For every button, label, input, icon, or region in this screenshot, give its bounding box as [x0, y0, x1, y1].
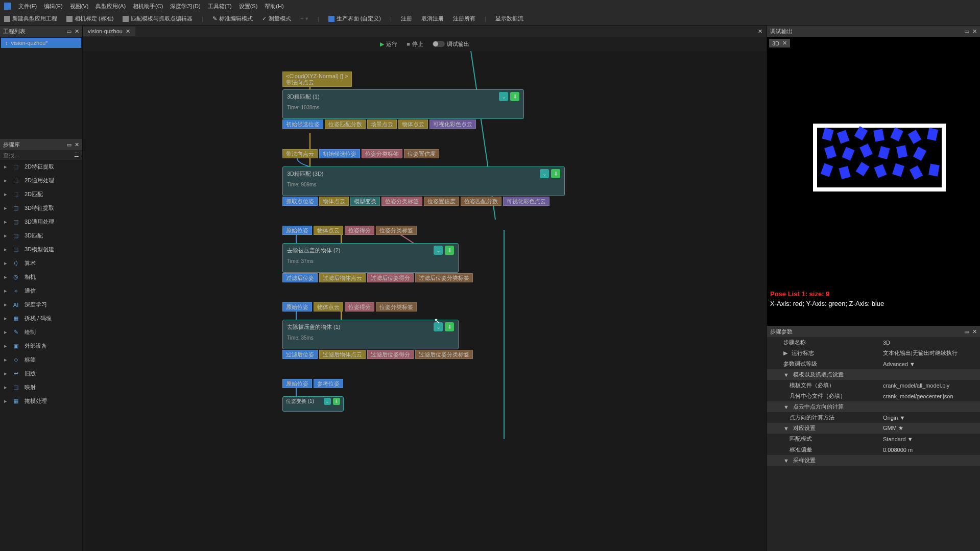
port[interactable]: 位姿得分	[345, 302, 374, 312]
run-node-icon[interactable]: ⬇	[333, 398, 340, 405]
port[interactable]: 位姿得分	[345, 226, 374, 235]
node-remove-covered-1[interactable]: 去除被压盖的物体 (1)⌄⬇ Time: 35ms	[282, 320, 459, 349]
restore-icon[interactable]: ▭	[66, 141, 71, 148]
list-icon[interactable]: ☰	[74, 152, 79, 158]
step-category[interactable]: ▸⬚2D通用处理	[0, 174, 82, 187]
tb-register-all[interactable]: 注册所有	[453, 15, 475, 22]
param-value[interactable]: 3D	[883, 340, 975, 346]
tree-toggle-icon[interactable]: ▼	[783, 404, 789, 410]
port[interactable]: 物体点云	[314, 302, 343, 312]
port[interactable]: 原始位姿	[282, 379, 312, 388]
menu-settings[interactable]: 设置(S)	[239, 3, 258, 10]
port[interactable]: 过滤后位姿	[282, 350, 318, 359]
close-icon[interactable]: ✕	[782, 40, 787, 46]
restore-icon[interactable]: ▭	[964, 328, 969, 335]
port-cloud[interactable]: <Cloud(XYZ-Normal) [] >带法向点云	[282, 71, 352, 87]
port[interactable]: 物体点云	[314, 226, 343, 235]
port[interactable]: 位姿分类标签	[362, 149, 402, 158]
port[interactable]: 过滤后位姿分类标签	[415, 273, 473, 282]
tb-match-editor[interactable]: 匹配模板与抓取点编辑器	[123, 15, 193, 22]
close-icon[interactable]: ✕	[972, 328, 977, 335]
collapse-icon[interactable]: ⌄	[434, 246, 443, 255]
param-row[interactable]: ▼模板以及抓取点设置	[767, 369, 980, 380]
param-row[interactable]: ▶运行标志文本化输出|无输出时继续执行	[767, 348, 980, 358]
run-node-icon[interactable]: ⬇	[445, 322, 454, 331]
port[interactable]: 带法向点云	[282, 149, 318, 158]
port[interactable]: 过滤后物体点云	[319, 350, 366, 359]
tb-show-dataflow[interactable]: 显示数据流	[495, 15, 523, 22]
param-value[interactable]: 文本化输出|无输出时继续执行	[883, 349, 975, 357]
step-category[interactable]: ▸◫映射	[0, 380, 82, 394]
step-category[interactable]: ▸⬚2D匹配	[0, 187, 82, 201]
step-category[interactable]: ▸⟨⟩算术	[0, 256, 82, 270]
step-category[interactable]: ▸✎绘制	[0, 325, 82, 339]
port[interactable]: 过滤后位姿得分	[367, 350, 414, 359]
stop-button[interactable]: ■停止	[407, 40, 423, 48]
port[interactable]: 原始位姿	[282, 226, 312, 235]
collapse-icon[interactable]: ⌄	[540, 169, 549, 178]
run-button[interactable]: ▶运行	[380, 40, 397, 48]
port[interactable]: 初始候选位姿	[282, 119, 323, 129]
tb-measure[interactable]: ✓测量模式	[262, 15, 291, 22]
menu-view[interactable]: 视图(V)	[70, 3, 89, 10]
menu-app[interactable]: 典型应用(A)	[95, 3, 126, 10]
param-value[interactable]: GMM ★	[883, 425, 975, 432]
viewer-tab[interactable]: 3D✕	[769, 39, 790, 47]
step-category[interactable]: ▸◫3D特征提取	[0, 201, 82, 215]
port[interactable]: 位姿匹配分数	[325, 119, 366, 129]
port[interactable]: 位姿置信度	[404, 149, 439, 158]
tb-edit-mode[interactable]: ✎标准编辑模式	[212, 15, 253, 22]
port[interactable]: 位姿分类标签	[376, 302, 417, 312]
port[interactable]: 物体点云	[319, 197, 349, 206]
menu-camera[interactable]: 相机助手(C)	[133, 3, 163, 10]
node-3d-fine-match[interactable]: 3D精匹配 (3D)⌄⬇ Time: 909ms	[282, 166, 565, 196]
tree-toggle-icon[interactable]: ▼	[783, 458, 789, 464]
node-3d-coarse-match[interactable]: 3D粗匹配 (1)⌄⬇ Time: 1038ms	[282, 89, 524, 119]
restore-icon[interactable]: ▭	[66, 28, 71, 35]
port[interactable]: 过滤后位姿	[282, 273, 318, 282]
port[interactable]: 位姿置信度	[424, 197, 459, 206]
tb-unregister[interactable]: 取消注册	[421, 15, 444, 22]
port[interactable]: 过滤后位姿分类标签	[415, 350, 473, 359]
port[interactable]: 抓取点位姿	[282, 197, 318, 206]
port[interactable]: 位姿匹配分数	[461, 197, 501, 206]
tb-register[interactable]: 注册	[401, 15, 412, 22]
port[interactable]: 初始候选位姿	[319, 149, 360, 158]
menu-help[interactable]: 帮助(H)	[265, 3, 283, 10]
step-category[interactable]: ▸▦掩模处理	[0, 394, 82, 408]
collapse-icon[interactable]: ⌄	[499, 92, 508, 101]
tb-new-project[interactable]: 新建典型应用工程	[4, 15, 57, 22]
param-row[interactable]: ▼采样设置	[767, 455, 980, 466]
port[interactable]: 原始位姿	[282, 302, 312, 312]
run-node-icon[interactable]: ⬇	[551, 169, 560, 178]
run-node-icon[interactable]: ⬇	[510, 92, 519, 101]
param-value[interactable]: crank_model/geocenter.json	[883, 393, 975, 399]
menu-dl[interactable]: 深度学习(D)	[170, 3, 200, 10]
param-row[interactable]: 标准偏差0.008000 m	[767, 444, 980, 455]
param-row[interactable]: ▼点云中点方向的计算	[767, 401, 980, 412]
param-row[interactable]: 匹配模式Standard ▼	[767, 434, 980, 444]
param-row[interactable]: 点方向的计算方法Origin ▼	[767, 412, 980, 423]
port[interactable]: 可视化彩色点云	[503, 197, 549, 206]
param-row[interactable]: 参数调试等级Advanced ▼	[767, 358, 980, 369]
param-value[interactable]: Origin ▼	[883, 415, 975, 421]
menu-file[interactable]: 文件(F)	[18, 3, 37, 10]
port[interactable]: 过滤后物体点云	[319, 273, 366, 282]
step-category[interactable]: ▸◇标签	[0, 353, 82, 367]
editor-tab[interactable]: vision-quzhou ✕	[83, 27, 135, 36]
param-row[interactable]: 模板文件（必填）crank_model/all_model.ply	[767, 380, 980, 391]
menu-toolbox[interactable]: 工具箱(T)	[208, 3, 232, 10]
menu-edit[interactable]: 编辑(E)	[44, 3, 63, 10]
close-icon[interactable]: ✕	[126, 28, 130, 35]
port[interactable]: 模型变换	[350, 197, 380, 206]
param-value[interactable]: 0.008000 m	[883, 447, 975, 453]
port[interactable]: 过滤后位姿得分	[367, 273, 414, 282]
param-row[interactable]: 步骤名称3D	[767, 337, 980, 348]
restore-icon[interactable]: ▭	[964, 28, 969, 35]
node-pose-transform[interactable]: 位姿变换 (1)⌄⬇	[282, 396, 344, 412]
step-category[interactable]: ▸↩旧版	[0, 367, 82, 380]
tree-toggle-icon[interactable]: ▼	[783, 372, 789, 378]
close-icon[interactable]: ✕	[754, 28, 767, 35]
step-category[interactable]: ▸▦拆栈 / 码垛	[0, 312, 82, 325]
step-category[interactable]: ▸▣外部设备	[0, 339, 82, 353]
